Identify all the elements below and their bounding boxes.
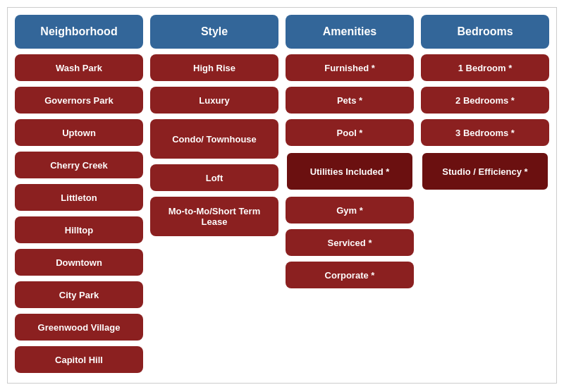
header-style: Style [150,15,278,49]
item-studio-efficiency[interactable]: Studio / Efficiency * [421,152,549,191]
item-mo-to-mo[interactable]: Mo-to-Mo/Short Term Lease [150,197,278,236]
item-3-bedrooms[interactable]: 3 Bedrooms * [421,119,549,146]
header-bedrooms: Bedrooms [421,15,549,49]
item-hilltop[interactable]: Hilltop [15,216,143,243]
column-neighborhood: NeighborhoodWash ParkGovernors ParkUptow… [15,15,143,376]
item-pets[interactable]: Pets * [286,87,414,114]
item-governors-park[interactable]: Governors Park [15,87,143,114]
item-wash-park[interactable]: Wash Park [15,54,143,81]
item-2-bedrooms[interactable]: 2 Bedrooms * [421,87,549,114]
item-cherry-creek[interactable]: Cherry Creek [15,152,143,178]
item-corporate[interactable]: Corporate * [286,262,414,288]
item-gym[interactable]: Gym * [286,197,414,223]
item-littleton[interactable]: Littleton [15,184,143,211]
item-downtown[interactable]: Downtown [15,249,143,276]
main-container: NeighborhoodWash ParkGovernors ParkUptow… [7,7,557,384]
item-high-rise[interactable]: High Rise [150,54,278,81]
item-utilities-included[interactable]: Utilities Included * [286,152,414,191]
column-amenities: AmenitiesFurnished *Pets *Pool *Utilitie… [286,15,414,376]
item-furnished[interactable]: Furnished * [286,54,414,81]
item-condo-townhouse[interactable]: Condo/ Townhouse [150,119,278,159]
item-uptown[interactable]: Uptown [15,119,143,146]
item-serviced[interactable]: Serviced * [286,229,414,256]
header-neighborhood: Neighborhood [15,15,143,49]
item-luxury[interactable]: Luxury [150,87,278,114]
item-pool[interactable]: Pool * [286,119,414,146]
item-city-park[interactable]: City Park [15,281,143,308]
item-1-bedroom[interactable]: 1 Bedroom * [421,54,549,81]
column-bedrooms: Bedrooms1 Bedroom *2 Bedrooms *3 Bedroom… [421,15,549,376]
header-amenities: Amenities [286,15,414,49]
column-style: StyleHigh RiseLuxuryCondo/ TownhouseLoft… [150,15,278,376]
item-loft[interactable]: Loft [150,164,278,191]
item-greenwood-village[interactable]: Greenwood Village [15,314,143,341]
item-capitol-hill[interactable]: Capitol Hill [15,346,143,373]
